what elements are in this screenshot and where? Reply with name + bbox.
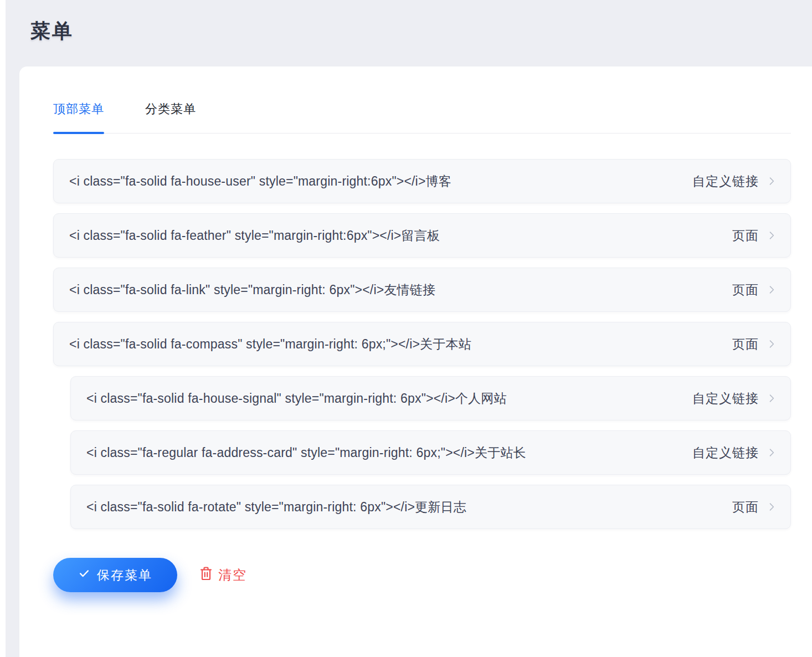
chevron-right-icon	[766, 230, 777, 241]
menu-item-code: <i class="fa-solid fa-rotate" style="mar…	[86, 499, 466, 516]
menu-item-code: <i class="fa-solid fa-link" style="margi…	[69, 281, 435, 299]
menu-item-code: <i class="fa-solid fa-compass" style="ma…	[69, 336, 471, 353]
trash-icon	[199, 566, 213, 584]
chevron-right-icon	[766, 338, 777, 350]
tab-category-menu[interactable]: 分类菜单	[145, 101, 196, 133]
save-menu-button[interactable]: 保存菜单	[53, 558, 177, 592]
tab-top-menu[interactable]: 顶部菜单	[53, 101, 104, 133]
menu-item-type-label: 页面	[721, 336, 759, 353]
menu-item-list: <i class="fa-solid fa-house-user" style=…	[53, 159, 791, 529]
menu-item-type-label: 页面	[721, 281, 759, 299]
menu-item-type-label: 页面	[721, 227, 759, 244]
menu-item-type-label: 自定义链接	[681, 390, 759, 407]
save-menu-label: 保存菜单	[97, 567, 152, 584]
menu-item-row[interactable]: <i class="fa-regular fa-address-card" st…	[70, 430, 791, 475]
menu-card: 顶部菜单 分类菜单 <i class="fa-solid fa-house-us…	[19, 66, 812, 657]
menu-item-code: <i class="fa-solid fa-house-signal" styl…	[86, 390, 507, 407]
chevron-right-icon	[766, 393, 777, 404]
page-title: 菜单	[30, 18, 74, 45]
menu-item-type-label: 页面	[721, 499, 759, 516]
chevron-right-icon	[766, 447, 777, 458]
menu-item-row[interactable]: <i class="fa-solid fa-link" style="margi…	[53, 268, 791, 312]
action-bar: 保存菜单 清空	[53, 558, 791, 592]
tab-bar: 顶部菜单 分类菜单	[53, 101, 791, 134]
chevron-right-icon	[766, 284, 777, 295]
menu-item-code: <i class="fa-solid fa-house-user" style=…	[69, 173, 451, 190]
menu-item-code: <i class="fa-solid fa-feather" style="ma…	[69, 227, 440, 244]
menu-item-row[interactable]: <i class="fa-solid fa-rotate" style="mar…	[70, 485, 791, 529]
clear-label: 清空	[218, 566, 247, 584]
menu-item-type-label: 自定义链接	[681, 173, 759, 190]
check-icon	[78, 567, 90, 583]
chevron-right-icon	[766, 176, 777, 187]
clear-button[interactable]: 清空	[199, 566, 247, 584]
menu-item-row[interactable]: <i class="fa-solid fa-house-user" style=…	[53, 159, 791, 203]
chevron-right-icon	[766, 501, 777, 512]
menu-item-code: <i class="fa-regular fa-address-card" st…	[86, 444, 526, 461]
menu-item-row[interactable]: <i class="fa-solid fa-house-signal" styl…	[70, 376, 791, 420]
menu-item-row[interactable]: <i class="fa-solid fa-compass" style="ma…	[53, 322, 791, 366]
menu-item-type-label: 自定义链接	[681, 444, 759, 461]
menu-item-row[interactable]: <i class="fa-solid fa-feather" style="ma…	[53, 213, 791, 258]
